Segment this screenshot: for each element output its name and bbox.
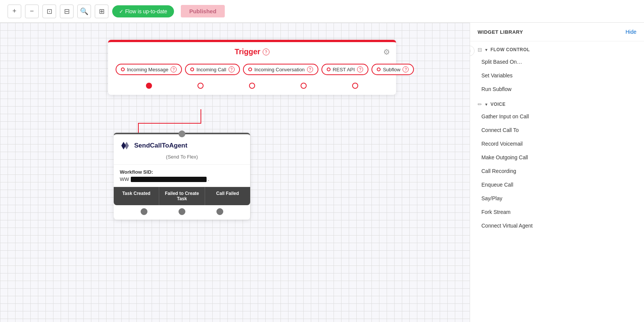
voice-icon: ✏	[478, 101, 482, 107]
zoom-in-button[interactable]: +	[8, 5, 21, 18]
pill-help-icon[interactable]: ?	[403, 66, 409, 72]
redacted-bar	[131, 177, 207, 182]
node-input-handle	[179, 130, 185, 137]
pill-label: REST API	[333, 67, 355, 72]
voice-items: Gather Input on Call Connect Call To Rec…	[470, 110, 644, 232]
canvas: Trigger ? ⚙ Incoming Message ? Incoming …	[0, 23, 470, 322]
pill-dot	[327, 68, 331, 71]
panel-tabs: WIDGET LIBRARY	[478, 29, 523, 35]
node-body: Workflow SID: WW.	[114, 165, 250, 187]
connector-rest-api	[301, 83, 307, 89]
pill-label: Incoming Conversation	[254, 67, 305, 72]
trigger-title: Trigger	[235, 47, 260, 56]
hide-panel-button[interactable]: Hide	[625, 29, 636, 35]
out-dot-call-failed	[216, 208, 223, 215]
widget-make-outgoing-call[interactable]: Make Outgoing Call	[470, 151, 644, 164]
right-panel: « WIDGET LIBRARY Hide ⊟ ▼ FLOW CONTROL S…	[470, 23, 644, 322]
tab-widget-library[interactable]: WIDGET LIBRARY	[478, 29, 523, 35]
pill-help-icon[interactable]: ?	[171, 66, 177, 72]
trigger-node: Trigger ? ⚙ Incoming Message ? Incoming …	[108, 40, 396, 95]
trigger-connectors	[108, 83, 396, 95]
widget-record-voicemail[interactable]: Record Voicemail	[470, 137, 644, 151]
pill-dot	[121, 68, 125, 71]
widget-enqueue-call[interactable]: Enqueue Call	[470, 178, 644, 192]
fit-view-button[interactable]: ⊡	[42, 5, 56, 18]
flow-control-title: FLOW CONTROL	[490, 47, 530, 52]
voice-arrow: ▼	[484, 102, 488, 107]
trigger-settings-icon[interactable]: ⚙	[383, 47, 390, 57]
pill-incoming-call[interactable]: Incoming Call ?	[185, 64, 240, 75]
workflow-sid-label: Workflow SID:	[120, 169, 244, 175]
connector-incoming-conversation	[249, 83, 255, 89]
flow-control-arrow: ▼	[484, 48, 488, 52]
workflow-prefix: WW	[120, 176, 129, 182]
pill-subflow[interactable]: Subflow ?	[371, 64, 414, 75]
search-button[interactable]: 🔍	[77, 5, 91, 18]
pill-help-icon[interactable]: ?	[357, 66, 363, 72]
node-subtitle: (Send To Flex)	[114, 154, 250, 165]
pill-rest-api[interactable]: REST API ?	[321, 64, 368, 75]
pill-incoming-conversation[interactable]: Incoming Conversation ?	[243, 64, 318, 75]
flow-control-items: Split Based On… Set Variables Run Subflo…	[470, 55, 644, 96]
widget-gather-input[interactable]: Gather Input on Call	[470, 110, 644, 123]
pill-help-icon[interactable]: ?	[307, 66, 313, 72]
section-flow-control[interactable]: ⊟ ▼ FLOW CONTROL	[470, 41, 644, 55]
trigger-pills-container: Incoming Message ? Incoming Call ? Incom…	[108, 60, 396, 83]
widget-call-recording[interactable]: Call Recording	[470, 164, 644, 178]
trigger-help-icon[interactable]: ?	[263, 49, 270, 55]
output-call-failed[interactable]: Call Failed	[205, 187, 250, 205]
node-title: SendCallToAgent	[134, 142, 187, 149]
pill-dot	[377, 68, 381, 71]
node-output-connectors	[114, 205, 250, 220]
widget-set-variables[interactable]: Set Variables	[470, 69, 644, 82]
pill-help-icon[interactable]: ?	[229, 66, 235, 72]
widget-connect-virtual-agent[interactable]: Connect Virtual Agent	[470, 219, 644, 232]
agent-node[interactable]: SendCallToAgent (Send To Flex) Workflow …	[114, 133, 250, 220]
out-dot-failed	[179, 208, 185, 215]
output-task-created[interactable]: Task Created	[114, 187, 159, 205]
panel-toggle-button[interactable]: ⊟	[60, 5, 74, 18]
published-button[interactable]: Published	[181, 5, 225, 17]
pill-label: Incoming Message	[127, 67, 168, 72]
connector-incoming-call	[197, 83, 204, 89]
flow-status-button[interactable]: ✓ Flow is up-to-date	[112, 5, 174, 17]
section-voice[interactable]: ✏ ▼ VOICE	[470, 96, 644, 110]
connector-incoming-message	[146, 83, 152, 89]
zoom-out-button[interactable]: −	[25, 5, 39, 18]
connector-subflow	[352, 83, 358, 89]
pill-dot	[190, 68, 194, 71]
grid-button[interactable]: ⊞	[95, 5, 108, 18]
pill-incoming-message[interactable]: Incoming Message ?	[116, 64, 182, 75]
pill-label: Incoming Call	[196, 67, 226, 72]
workflow-suffix: .	[208, 176, 210, 182]
trigger-header: Trigger ? ⚙	[108, 42, 396, 60]
flow-control-icon: ⊟	[478, 47, 482, 53]
pill-label: Subflow	[383, 67, 400, 72]
widget-fork-stream[interactable]: Fork Stream	[470, 205, 644, 219]
widget-run-subflow[interactable]: Run Subflow	[470, 82, 644, 96]
output-failed-to-create[interactable]: Failed to Create Task	[159, 187, 205, 205]
out-dot-task-created	[141, 208, 147, 215]
pill-dot	[248, 68, 252, 71]
widget-connect-call-to[interactable]: Connect Call To	[470, 123, 644, 137]
toolbar: + − ⊡ ⊟ 🔍 ⊞ ✓ Flow is up-to-date Publish…	[0, 0, 644, 23]
node-outputs: Task Created Failed to Create Task Call …	[114, 187, 250, 205]
flex-icon	[120, 140, 130, 151]
voice-title: VOICE	[490, 102, 506, 107]
workflow-sid-value: WW.	[120, 176, 244, 182]
widget-split-based-on[interactable]: Split Based On…	[470, 55, 644, 69]
panel-header: WIDGET LIBRARY Hide	[470, 23, 644, 41]
widget-say-play[interactable]: Say/Play	[470, 192, 644, 205]
